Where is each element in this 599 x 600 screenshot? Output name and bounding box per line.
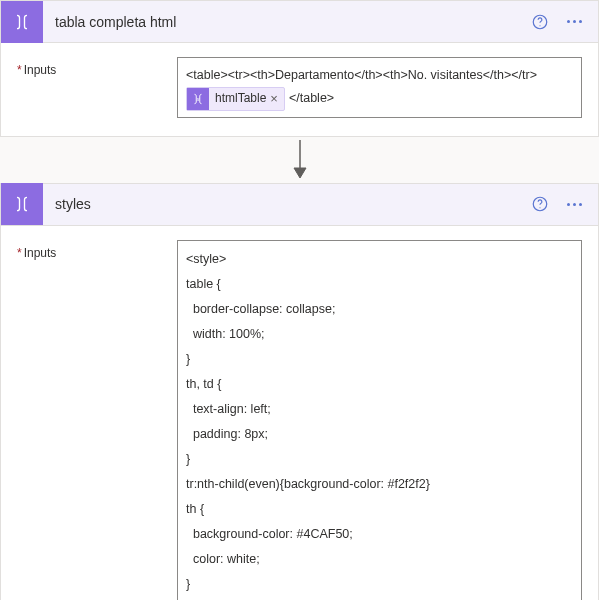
help-button[interactable] bbox=[526, 8, 554, 36]
css-text: <style> table { border-collapse: collaps… bbox=[186, 247, 573, 601]
svg-text:x: x bbox=[196, 96, 200, 102]
svg-point-1 bbox=[539, 25, 540, 26]
step-styles: styles Inputs <style> table { border-col… bbox=[0, 183, 599, 601]
help-button[interactable] bbox=[526, 190, 554, 218]
variable-icon: x bbox=[187, 88, 209, 110]
step-tabla-completa-html: tabla completa html Inputs <table><tr><t… bbox=[0, 0, 599, 137]
step-body: Inputs <table><tr><th>Departamento</th><… bbox=[1, 43, 598, 136]
step-header[interactable]: styles bbox=[1, 184, 598, 226]
inputs-css-field[interactable]: <style> table { border-collapse: collaps… bbox=[177, 240, 582, 601]
inputs-expression-field[interactable]: <table><tr><th>Departamento</th><th>No. … bbox=[177, 57, 582, 118]
step-header[interactable]: tabla completa html bbox=[1, 1, 598, 43]
expression-text-line2: </table> bbox=[289, 87, 334, 110]
compose-action-icon bbox=[1, 1, 43, 43]
inputs-label: Inputs bbox=[17, 63, 167, 77]
step-body: Inputs <style> table { border-collapse: … bbox=[1, 226, 598, 601]
inputs-label: Inputs bbox=[17, 246, 167, 260]
flow-arrow-connector[interactable] bbox=[0, 137, 599, 183]
step-title: tabla completa html bbox=[43, 14, 526, 30]
svg-point-5 bbox=[539, 207, 540, 208]
expression-text-line1: <table><tr><th>Departamento</th><th>No. … bbox=[186, 64, 573, 87]
close-icon[interactable]: × bbox=[270, 87, 278, 110]
token-label: htmlTable bbox=[215, 88, 266, 110]
more-menu-button[interactable] bbox=[560, 8, 588, 36]
step-title: styles bbox=[43, 196, 526, 212]
dynamic-content-token-htmltable[interactable]: x htmlTable × bbox=[186, 87, 285, 111]
compose-action-icon bbox=[1, 183, 43, 225]
more-menu-button[interactable] bbox=[560, 190, 588, 218]
